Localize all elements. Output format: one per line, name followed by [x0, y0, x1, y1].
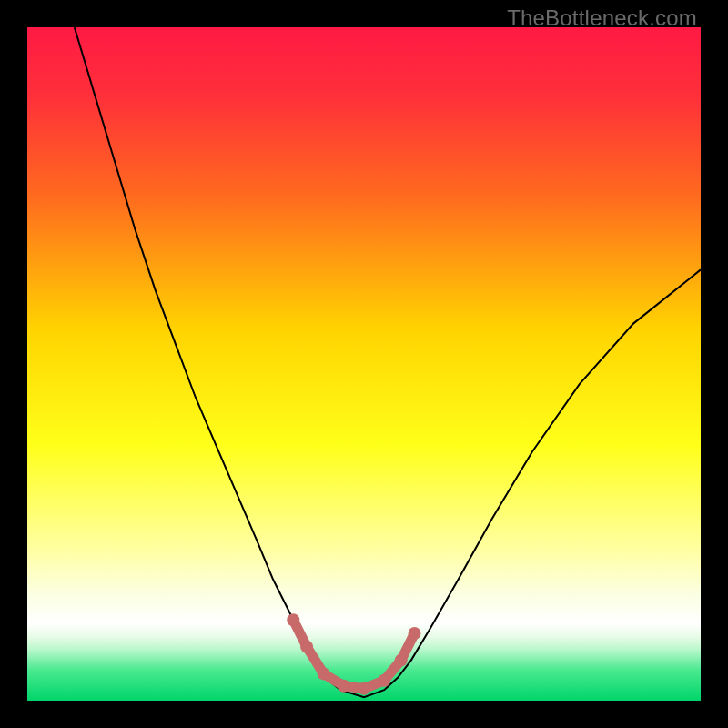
highlight-dot: [318, 667, 330, 680]
highlight-dot: [409, 627, 421, 640]
highlight-dot: [300, 641, 313, 653]
highlight-dot: [358, 682, 370, 695]
chart-svg: [27, 27, 701, 701]
highlight-dot: [338, 680, 350, 693]
chart-plot-area: [27, 27, 701, 701]
watermark-text: TheBottleneck.com: [507, 5, 697, 31]
highlight-dot: [378, 674, 390, 687]
chart-background: [27, 27, 701, 701]
highlight-dot: [287, 613, 299, 626]
highlight-dot: [395, 654, 408, 667]
